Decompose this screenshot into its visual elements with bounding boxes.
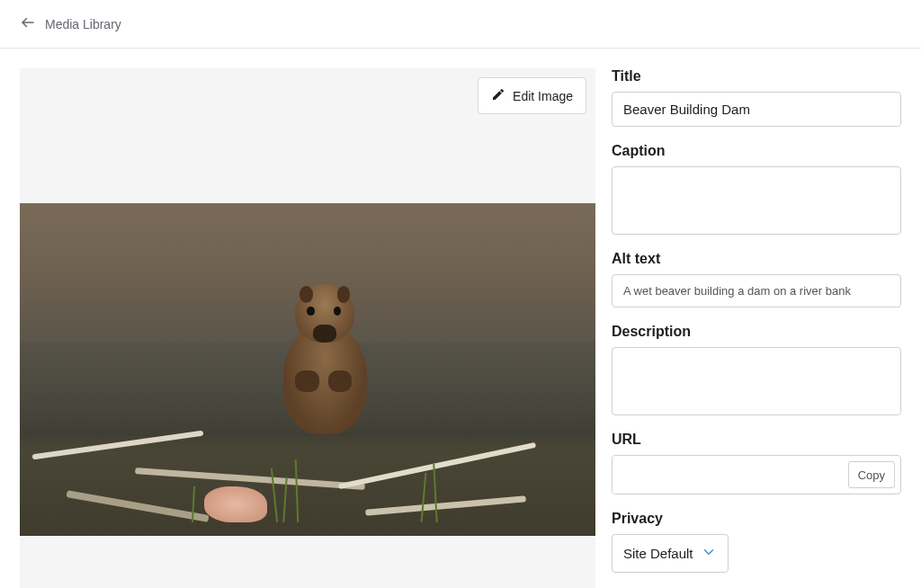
details-form: Title Caption Alt text Description URL C… bbox=[612, 68, 901, 588]
title-label: Title bbox=[612, 68, 901, 85]
edit-image-label: Edit Image bbox=[513, 89, 573, 103]
pencil-icon bbox=[491, 87, 505, 104]
caption-input[interactable] bbox=[612, 166, 901, 235]
copy-url-button[interactable]: Copy bbox=[848, 461, 895, 488]
media-image bbox=[20, 203, 595, 536]
title-input[interactable] bbox=[612, 92, 901, 127]
top-bar: Media Library bbox=[0, 0, 921, 49]
content: Edit Image Title bbox=[0, 49, 921, 588]
chevron-down-icon bbox=[701, 544, 717, 563]
privacy-select[interactable]: Site Default bbox=[612, 534, 729, 573]
caption-label: Caption bbox=[612, 143, 901, 159]
url-field-group: URL Copy bbox=[612, 432, 901, 494]
privacy-field-group: Privacy Site Default bbox=[612, 511, 901, 573]
url-row: Copy bbox=[612, 455, 901, 494]
caption-field-group: Caption bbox=[612, 143, 901, 235]
description-field-group: Description bbox=[612, 324, 901, 415]
alttext-field-group: Alt text bbox=[612, 251, 901, 307]
url-label: URL bbox=[612, 432, 901, 448]
description-input[interactable] bbox=[612, 347, 901, 415]
alttext-label: Alt text bbox=[612, 251, 901, 267]
edit-image-button[interactable]: Edit Image bbox=[478, 77, 586, 114]
url-input[interactable] bbox=[613, 456, 843, 494]
description-label: Description bbox=[612, 324, 901, 340]
alttext-input[interactable] bbox=[612, 274, 901, 307]
image-preview-pane: Edit Image bbox=[20, 68, 595, 588]
privacy-value: Site Default bbox=[623, 546, 693, 561]
back-label: Media Library bbox=[45, 17, 121, 31]
title-field-group: Title bbox=[612, 68, 901, 127]
back-to-library-button[interactable]: Media Library bbox=[20, 13, 121, 35]
privacy-label: Privacy bbox=[612, 511, 901, 527]
arrow-left-icon bbox=[20, 14, 36, 33]
